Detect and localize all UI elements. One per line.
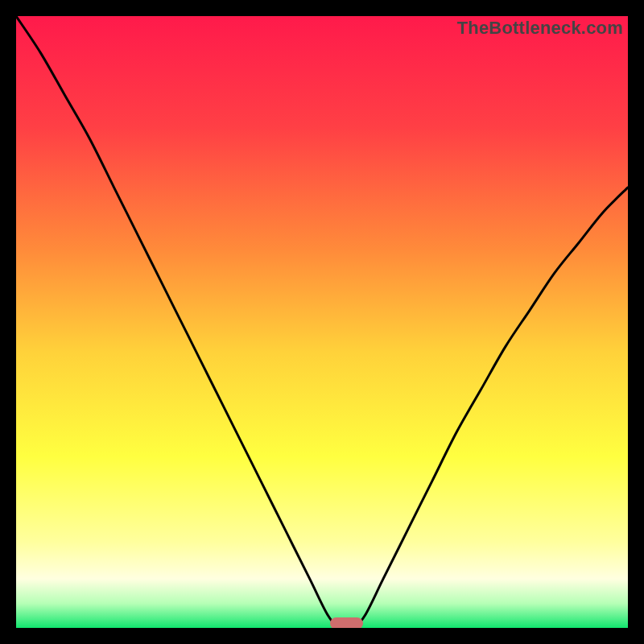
chart-frame: TheBottleneck.com bbox=[0, 0, 644, 644]
bottleneck-curve bbox=[16, 16, 628, 628]
optimum-marker bbox=[330, 617, 364, 628]
watermark-text: TheBottleneck.com bbox=[457, 18, 623, 39]
plot-area: TheBottleneck.com bbox=[16, 16, 628, 628]
